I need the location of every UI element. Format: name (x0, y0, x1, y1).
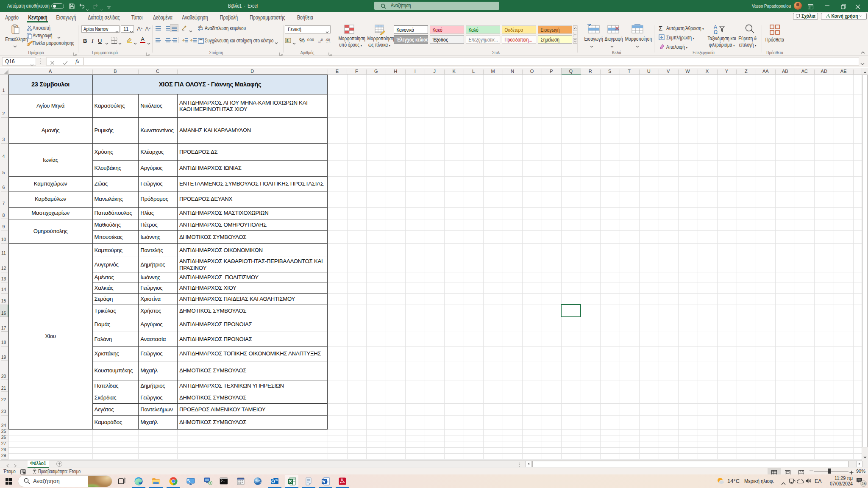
svg-text:.00: .00 (317, 41, 321, 44)
svg-text:ab: ab (198, 25, 202, 29)
svg-text:$: $ (286, 39, 288, 43)
svg-text:→.0: →.0 (326, 41, 331, 44)
svg-text:Ω: Ω (714, 29, 718, 35)
